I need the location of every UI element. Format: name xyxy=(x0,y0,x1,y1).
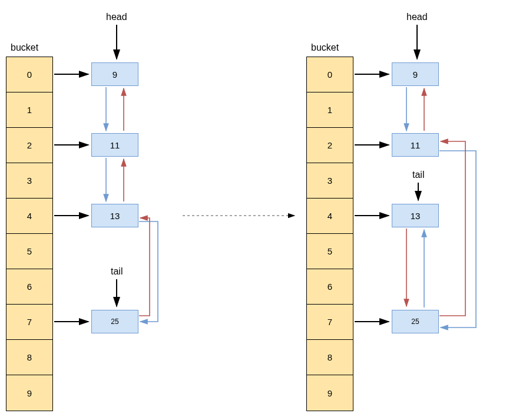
bucket-cell: 6 xyxy=(307,269,353,305)
node-left-13: 13 xyxy=(91,204,138,227)
node-left-11: 11 xyxy=(91,133,138,157)
bucket-cell: 3 xyxy=(307,163,353,199)
bucket-cell: 5 xyxy=(307,234,353,269)
bucket-cell: 1 xyxy=(307,92,353,128)
node-right-11: 11 xyxy=(392,133,439,157)
node-left-9: 9 xyxy=(91,62,138,86)
bucket-cell: 0 xyxy=(6,57,52,92)
node-right-25: 25 xyxy=(392,310,439,333)
bucket-cell: 2 xyxy=(307,128,353,163)
bucket-cell: 6 xyxy=(6,269,52,305)
bucket-cell: 0 xyxy=(307,57,353,92)
bucket-cell: 9 xyxy=(307,375,353,411)
bucket-cell: 7 xyxy=(6,305,52,340)
bucket-label-left: bucket xyxy=(11,42,38,53)
bucket-cell: 4 xyxy=(6,199,52,234)
bucket-cell: 4 xyxy=(307,199,353,234)
bucket-column-right: 0 1 2 3 4 5 6 7 8 9 xyxy=(306,57,353,411)
bucket-cell: 8 xyxy=(307,340,353,375)
node-right-13: 13 xyxy=(392,204,439,227)
head-label-left: head xyxy=(106,12,127,22)
node-left-25: 25 xyxy=(91,310,138,333)
bucket-cell: 7 xyxy=(307,305,353,340)
bucket-cell: 2 xyxy=(6,128,52,163)
bucket-cell: 1 xyxy=(6,92,52,128)
bucket-cell: 8 xyxy=(6,340,52,375)
head-label-right: head xyxy=(406,12,428,22)
bucket-label-right: bucket xyxy=(311,42,339,53)
tail-label-left: tail xyxy=(111,266,123,277)
bucket-cell: 9 xyxy=(6,375,52,411)
bucket-column-left: 0 1 2 3 4 5 6 7 8 9 xyxy=(6,57,53,411)
node-right-9: 9 xyxy=(392,62,439,86)
bucket-cell: 5 xyxy=(6,234,52,269)
tail-label-right: tail xyxy=(412,170,424,180)
bucket-cell: 3 xyxy=(6,163,52,199)
